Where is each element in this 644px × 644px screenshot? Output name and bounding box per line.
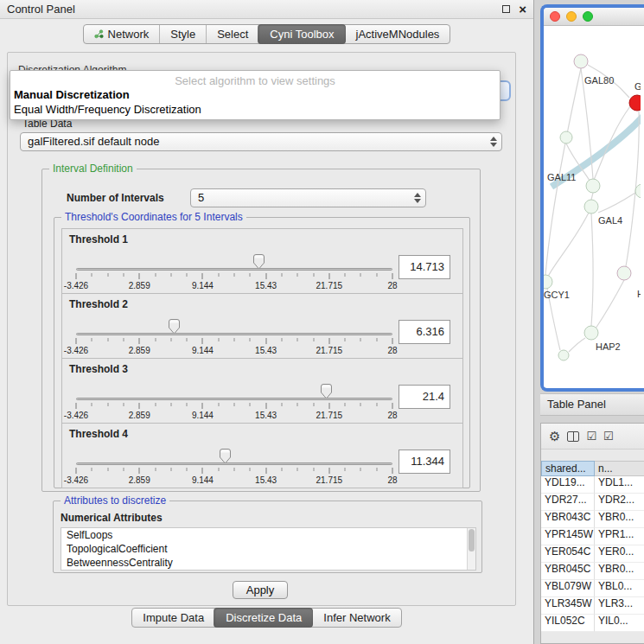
attributes-group-title: Attributes to discretize [61,494,169,507]
bottom-tab-bar: Impute DataDiscretize DataInfer Network [0,608,533,628]
table-row[interactable]: YBR045CYBR0... [541,563,644,580]
slider-scale-labels: -3.4262.8599.14415.4321.71528 [76,281,392,291]
network-node-label: HAP2 [596,341,621,352]
tab-jactivemnodules[interactable]: jActiveMNodules [345,25,450,43]
control-panel-window: Control Panel × NetworkStyleSelectCyni T… [0,0,534,644]
bottom-tab-discretize-data[interactable]: Discretize Data [214,608,313,628]
threshold-slider[interactable]: -3.4262.8599.14415.4321.71528 [76,255,392,293]
table-cell-shared-name: YIL052C [541,615,595,632]
network-node-label: GCY1 [544,290,570,300]
network-window-titlebar[interactable] [544,8,644,26]
table-cell-name: YDR2... [595,494,644,511]
threshold-label: Threshold 2 [69,298,128,310]
table-body: YDL19...YDL1...YDR27...YDR2...YBR043CYBR… [541,476,644,632]
slider-handle[interactable] [321,384,332,399]
threshold-value-field[interactable]: 6.316 [399,320,450,344]
top-tab-bar: NetworkStyleSelectCyni ToolboxjActiveMNo… [0,24,533,44]
table-cell-shared-name: YLR345W [541,597,595,615]
tab-select[interactable]: Select [206,25,258,43]
tab-style[interactable]: Style [159,25,206,43]
threshold-panel: Threshold 1-3.4262.8599.14415.4321.71528… [61,228,463,294]
network-node-label-clipped: H [637,289,641,299]
dropdown-option-equal-width-frequency[interactable]: Equal Width/Frequency Discretization [10,102,500,117]
column-header-shared-name[interactable]: shared... [541,461,595,476]
threshold-slider[interactable]: -3.4262.8599.14415.4321.71528 [76,385,392,423]
network-view-window: GAL80 GAL11 GAL4 GCY1 HAP2 GA H [540,4,644,392]
tab-network[interactable]: Network [84,25,160,43]
close-traffic-light-icon[interactable] [550,11,560,22]
cyni-toolbox-panel: Discretization Algorithm Select algorith… [7,52,516,606]
threshold-label: Threshold 4 [69,428,128,440]
table-panel-header-bar[interactable]: Table Panel [540,393,644,416]
threshold-label: Threshold 1 [69,233,128,245]
table-cell-name: YBR0... [595,511,644,528]
control-panel-titlebar[interactable]: Control Panel × [0,0,533,19]
table-row[interactable]: YIL052CYIL0... [541,615,644,632]
table-row[interactable]: YPR145WYPR1... [541,528,644,545]
selected-node [629,95,641,111]
threshold-slider[interactable]: -3.4262.8599.14415.4321.71528 [76,320,392,358]
top-tab-group: NetworkStyleSelectCyni ToolboxjActiveMNo… [83,24,451,44]
combo-spinner-icon [414,193,421,203]
float-window-icon[interactable] [502,5,510,13]
interval-definition-title: Interval Definition [49,163,137,175]
network-canvas[interactable]: GAL80 GAL11 GAL4 GCY1 HAP2 GA H [544,26,641,387]
table-row[interactable]: YDL19...YDL1... [541,476,644,494]
screen: Control Panel × NetworkStyleSelectCyni T… [0,0,644,644]
scrollbar-thumb[interactable] [469,529,475,552]
table-cell-shared-name: YDR27... [541,494,595,511]
attribute-list-item[interactable]: BetweennessCentrality [61,556,475,570]
threshold-panel: Threshold 3-3.4262.8599.14415.4321.71528… [61,358,463,424]
attribute-list-item[interactable]: TopologicalCoefficient [61,542,475,556]
window-title: Control Panel [7,3,75,16]
column-header-name[interactable]: n... [595,461,644,476]
columns-icon[interactable] [567,431,579,442]
threshold-value-field[interactable]: 21.4 [399,385,450,409]
close-window-icon[interactable]: × [519,3,526,16]
threshold-value-field[interactable]: 11.344 [399,450,450,474]
dropdown-option-manual-discretization[interactable]: Manual Discretization [10,87,500,102]
table-cell-name: YLR3... [595,597,644,615]
table-row[interactable]: YBR043CYBR0... [541,511,644,528]
table-row[interactable]: YDR27...YDR2... [541,494,644,511]
select-column-checkbox-icon[interactable]: ☑ [603,430,614,442]
tab-cyni-toolbox[interactable]: Cyni Toolbox [258,24,345,44]
network-tab-icon [94,29,104,39]
table-row[interactable]: YBL079WYBL0... [541,580,644,597]
slider-handle[interactable] [220,449,231,464]
table-data-combo[interactable]: galFiltered.sif default node [20,132,502,151]
table-cell-name: YIL0... [595,615,644,632]
threshold-panel: Threshold 2-3.4262.8599.14415.4321.71528… [61,293,463,359]
slider-ticks [76,403,392,410]
number-of-intervals-combo[interactable]: 5 [190,188,426,207]
threshold-label: Threshold 3 [69,363,128,375]
table-row[interactable]: YLR345WYLR3... [541,597,644,615]
table-cell-shared-name: YDL19... [541,476,595,494]
tab-label: Discretize Data [226,611,302,624]
number-of-intervals-label: Number of Intervals [67,192,164,204]
slider-handle[interactable] [253,254,265,270]
tab-label: Select [217,28,248,41]
tab-label: Infer Network [323,611,390,624]
numerical-attributes-list[interactable]: SelfLoopsTopologicalCoefficientBetweenne… [61,527,476,571]
table-row[interactable]: YER054CYER0... [541,545,644,563]
toolbar-spacer [541,450,644,461]
network-node-label: GAL4 [598,215,622,226]
table-data-value: galFiltered.sif default node [28,135,159,148]
table-panel-title: Table Panel [547,398,606,411]
table-panel-toolbar: ⚙ ☑ ☑ [541,424,644,450]
bottom-tab-impute-data[interactable]: Impute Data [132,609,214,627]
bottom-tab-infer-network[interactable]: Infer Network [312,609,400,627]
attribute-list-item[interactable]: SelfLoops [61,528,475,542]
zoom-traffic-light-icon[interactable] [583,11,593,22]
network-node-label: GAL80 [584,75,614,86]
threshold-value-field[interactable]: 14.713 [399,255,450,279]
apply-button[interactable]: Apply [233,581,288,599]
minimize-traffic-light-icon[interactable] [566,11,577,22]
select-all-checkbox-icon[interactable]: ☑ [586,430,596,442]
gear-icon[interactable]: ⚙ [549,430,560,443]
threshold-slider[interactable]: -3.4262.8599.14415.4321.71528 [76,450,392,488]
slider-handle[interactable] [169,319,180,335]
attributes-scrollbar[interactable] [467,528,475,570]
network-node-label: GAL11 [547,172,576,182]
